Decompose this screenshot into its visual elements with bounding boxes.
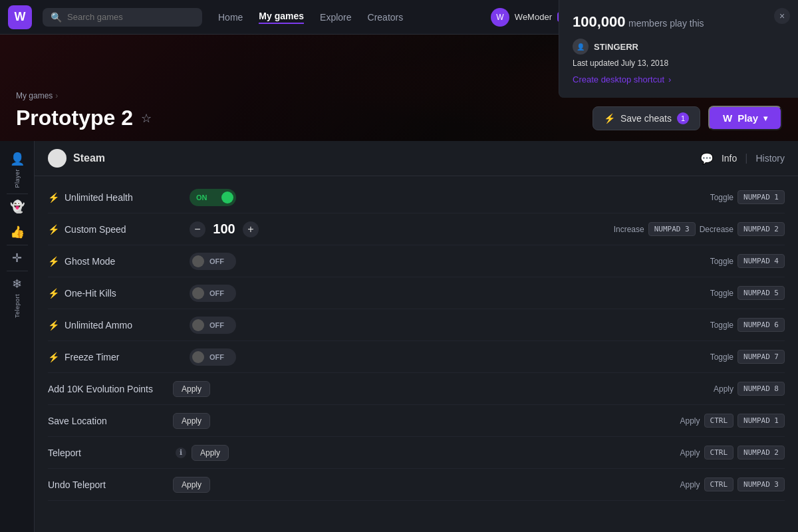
key-badge-numpad3: NUMPAD 3 <box>648 222 696 236</box>
sidebar-item-thumb[interactable]: 👍 <box>7 219 27 245</box>
key-row-teleport: Apply CTRL NUMPAD 2 <box>680 446 785 460</box>
key-action-label: Apply <box>680 448 700 458</box>
toggle-knob <box>192 255 204 267</box>
key-action-label: Apply <box>714 384 733 394</box>
content-area: 👤 Player 👻 👍 ✛ ❄ Teleport ⊙ Steam � <box>0 141 798 532</box>
play-icon: W <box>723 112 732 124</box>
platform-left: ⊙ Steam <box>48 149 105 168</box>
apply-button-undo-teleport[interactable]: Apply <box>173 477 210 493</box>
cheat-name-freeze-timer: Freeze Timer <box>65 352 184 362</box>
decrease-button[interactable]: − <box>190 221 205 237</box>
popup-close-button[interactable]: × <box>774 8 790 24</box>
key-badge-numpad3: NUMPAD 3 <box>737 477 785 491</box>
avatar: W <box>491 8 509 27</box>
cheat-row-add-10k: Add 10K Evolution Points Apply Apply NUM… <box>48 373 785 405</box>
breadcrumb-parent[interactable]: My games <box>16 91 53 100</box>
popup-username: STiNGERR <box>594 42 638 52</box>
favorite-button[interactable]: ☆ <box>141 111 152 126</box>
snowflake-icon: ❄ <box>12 277 22 291</box>
toggle-ghost-mode[interactable]: OFF <box>190 253 236 270</box>
stepper-custom-speed: − 100 + <box>190 221 259 237</box>
cheat-name-teleport: Teleport <box>48 448 168 458</box>
key-row-undo-teleport: Apply CTRL NUMPAD 3 <box>680 477 785 491</box>
player-icon: 👤 <box>10 152 25 166</box>
key-row-unlimited-ammo: Toggle NUMPAD 6 <box>710 318 785 332</box>
app-logo[interactable]: W <box>8 5 32 29</box>
steam-icon: ⊙ <box>48 149 66 168</box>
increase-action-label: Increase <box>614 225 644 234</box>
comment-icon[interactable]: 💬 <box>700 152 714 165</box>
inner-sidebar: 👤 Player 👻 👍 ✛ ❄ Teleport <box>0 141 35 532</box>
cheat-row-custom-speed: ⚡ Custom Speed − 100 + Increase NUMPAD 3… <box>48 213 785 245</box>
toggle-freeze-timer[interactable]: OFF <box>190 348 236 366</box>
history-button[interactable]: History <box>755 153 785 164</box>
toggle-unlimited-ammo[interactable]: OFF <box>190 317 236 334</box>
sidebar-item-crosshair[interactable]: ✛ <box>9 245 25 271</box>
sidebar-item-player[interactable]: 👤 Player <box>7 146 27 194</box>
cheat-name-save-location: Save Location <box>48 416 168 426</box>
cheat-row-teleport: Teleport ℹ Apply Apply CTRL NUMPAD 2 <box>48 437 785 469</box>
popup-member-count: 100,000 <box>573 13 626 30</box>
key-badge-numpad2: NUMPAD 2 <box>737 446 785 460</box>
key-badge-numpad6: NUMPAD 6 <box>737 318 785 332</box>
cheat-row-unlimited-health: ⚡ Unlimited Health ON Toggle NUMPAD 1 <box>48 182 785 213</box>
sidebar-item-ghost[interactable]: 👻 <box>7 194 27 219</box>
key-row-unlimited-health: Toggle NUMPAD 1 <box>710 190 785 204</box>
popup-updated-date: July 13, 2018 <box>621 59 668 68</box>
platform-right: 💬 Info | History <box>700 152 785 165</box>
play-button[interactable]: W Play ▾ <box>708 106 782 130</box>
breadcrumb-sep: › <box>55 91 58 100</box>
full-main: ⊙ Steam 💬 Info | History ⚡ Unlimited Hea… <box>35 141 798 532</box>
nav-links: Home My games Explore Creators <box>218 11 403 24</box>
apply-button-save-location[interactable]: Apply <box>173 413 210 429</box>
cheat-name-custom-speed: Custom Speed <box>65 224 184 235</box>
key-ctrl-badge: CTRL <box>704 446 734 460</box>
search-box[interactable]: 🔍 <box>43 8 202 27</box>
cheat-name-add-10k: Add 10K Evolution Points <box>48 384 168 394</box>
toggle-knob <box>192 319 204 331</box>
cheat-name-unlimited-health: Unlimited Health <box>65 192 184 203</box>
platform-header: ⊙ Steam 💬 Info | History <box>35 141 798 176</box>
key-action-label: Apply <box>680 480 700 489</box>
key-badge-numpad1: NUMPAD 1 <box>737 190 785 204</box>
cheat-row-save-location: Save Location Apply Apply CTRL NUMPAD 1 <box>48 405 785 437</box>
username: WeModer <box>515 12 552 22</box>
info-button[interactable]: Info <box>722 153 737 164</box>
popup-stats: 100,000 members play this <box>573 13 785 31</box>
cheat-row-undo-teleport: Undo Teleport Apply Apply CTRL NUMPAD 3 <box>48 469 785 501</box>
sidebar-item-teleport[interactable]: ❄ Teleport <box>9 271 25 323</box>
popup-stat-text: members play this <box>628 18 704 29</box>
cheat-bolt-icon: ⚡ <box>48 256 59 267</box>
cheat-row-unlimited-ammo: ⚡ Unlimited Ammo OFF Toggle NUMPAD 6 <box>48 309 785 341</box>
key-action-label: Toggle <box>710 193 733 202</box>
platform-name: Steam <box>73 152 105 164</box>
popup-shortcut-link[interactable]: Create desktop shortcut › <box>573 74 785 84</box>
increase-button[interactable]: + <box>243 221 259 237</box>
toggle-off-label: OFF <box>207 321 224 329</box>
toggle-unlimited-health[interactable]: ON <box>190 189 236 206</box>
cheat-bolt-icon: ⚡ <box>48 224 59 235</box>
key-action-label: Toggle <box>710 352 733 362</box>
search-input[interactable] <box>67 12 194 22</box>
sidebar-teleport-label: Teleport <box>14 294 21 318</box>
key-action-label: Apply <box>680 416 700 426</box>
toggle-one-hit-kills[interactable]: OFF <box>190 285 236 302</box>
save-cheats-button[interactable]: ⚡ Save cheats 1 <box>593 106 700 130</box>
apply-button-add-10k[interactable]: Apply <box>173 381 210 397</box>
popup-user-row: 👤 STiNGERR <box>573 39 785 55</box>
nav-my-games[interactable]: My games <box>259 11 304 24</box>
key-ctrl-badge: CTRL <box>704 477 734 491</box>
toggle-on-label: ON <box>192 194 207 201</box>
key-badge-numpad8: NUMPAD 8 <box>737 382 785 396</box>
info-popup: × 100,000 members play this 👤 STiNGERR L… <box>559 0 798 98</box>
save-bolt-icon: ⚡ <box>604 113 615 124</box>
cheat-bolt-icon: ⚡ <box>48 288 59 299</box>
nav-creators[interactable]: Creators <box>368 12 404 23</box>
cheat-bolt-icon: ⚡ <box>48 352 59 362</box>
nav-home[interactable]: Home <box>218 12 243 23</box>
apply-button-teleport[interactable]: Apply <box>192 445 229 461</box>
search-icon: 🔍 <box>51 12 62 23</box>
cheat-bolt-icon: ⚡ <box>48 192 59 203</box>
game-title: Prototype 2 <box>16 106 133 130</box>
nav-explore[interactable]: Explore <box>320 12 351 23</box>
